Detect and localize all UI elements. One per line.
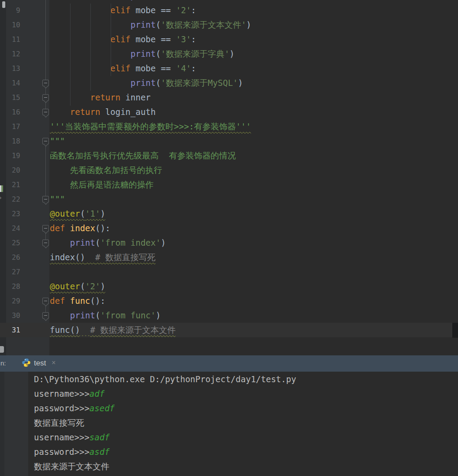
code-line[interactable]: func() # 数据来源于文本文件 — [50, 323, 175, 337]
code-line[interactable]: @outer('2') — [50, 279, 105, 294]
console-left-fragments — [0, 372, 4, 476]
editor-scrollbar-thumb[interactable] — [452, 323, 458, 338]
code-line[interactable]: return login_auth — [50, 105, 156, 119]
fold-marker-icon[interactable] — [42, 312, 49, 319]
code-line[interactable]: 先看函数名加括号的执行 — [50, 163, 162, 177]
code-token: '''当装饰器中需要额外的参数时>>>:有参装饰器''' — [50, 122, 251, 131]
console-line: username>>>adf — [34, 387, 104, 401]
gutter-line-number[interactable]: 18 — [0, 134, 20, 148]
gutter-line-number[interactable]: 21 — [0, 177, 20, 192]
code-token: """ — [50, 136, 65, 146]
console-user-input: adf — [89, 389, 104, 399]
console-line: 数据来源于文本文件 — [34, 459, 109, 474]
gutter-line-number[interactable]: 31 — [0, 323, 20, 337]
gutter-line-number[interactable]: 14 — [0, 76, 20, 90]
gutter-line-number[interactable]: 24 — [0, 221, 20, 236]
code-token: elif — [110, 34, 135, 44]
code-token: return — [70, 107, 105, 117]
gutter-line-number[interactable]: 26 — [0, 250, 20, 265]
code-line[interactable]: print('from func') — [50, 308, 161, 323]
code-token: ) — [238, 78, 243, 88]
gutter-line-number[interactable]: 25 — [0, 236, 20, 250]
gutter-line-number[interactable]: 19 — [0, 148, 20, 163]
fold-marker-icon[interactable] — [42, 138, 49, 144]
fold-marker-icon[interactable] — [42, 298, 49, 304]
run-label-partial: n: — [0, 358, 6, 368]
console-line: 数据直接写死 — [34, 416, 84, 430]
fold-marker-icon[interactable] — [42, 94, 49, 101]
code-line[interactable]: return inner — [50, 90, 151, 105]
gutter-line-number[interactable]: 27 — [0, 265, 20, 279]
gutter-line-number[interactable]: 30 — [0, 308, 20, 323]
run-tab-test[interactable]: test × — [12, 355, 65, 372]
fold-marker-icon[interactable] — [42, 196, 49, 203]
fold-marker-icon[interactable] — [42, 109, 49, 115]
code-line[interactable]: print('数据来源于文本文件') — [50, 18, 251, 32]
code-token: mobe == — [135, 63, 176, 73]
fold-scope-line — [45, 145, 46, 196]
code-token: print — [130, 49, 156, 59]
code-token: '4' — [176, 63, 191, 73]
gutter-line-number[interactable]: 9 — [0, 3, 20, 18]
code-line[interactable]: elif mobe == '3': — [50, 32, 196, 47]
code-token: ( — [156, 20, 160, 30]
code-token: index — [70, 223, 95, 233]
tab-label: test — [34, 358, 46, 369]
code-token: mobe == — [135, 5, 176, 15]
code-line[interactable]: print('数据直接写死') — [50, 0, 226, 3]
code-line[interactable]: 然后再是语法糖的操作 — [50, 177, 154, 192]
gutter-line-number[interactable]: 29 — [0, 294, 20, 308]
code-token: def — [50, 296, 70, 306]
gutter-line-number[interactable]: 12 — [0, 47, 20, 61]
fold-marker-icon[interactable] — [42, 240, 49, 246]
code-token: (): — [95, 223, 110, 233]
gutter-line-number[interactable]: 17 — [0, 119, 20, 134]
code-line[interactable]: elif mobe == '2': — [50, 3, 196, 18]
code-token: : — [191, 63, 196, 73]
gutter-line-number[interactable]: 22 — [0, 192, 20, 207]
gutter-line-number[interactable]: 28 — [0, 279, 20, 294]
indent-guide — [111, 4, 111, 76]
gutter-line-number[interactable]: 15 — [0, 90, 20, 105]
tab-close-icon[interactable]: × — [52, 358, 56, 368]
gutter-line-number[interactable]: 16 — [0, 105, 20, 119]
code-line[interactable]: index() # 数据直接写死 — [50, 250, 156, 265]
code-token: ( — [156, 0, 160, 0]
code-line[interactable]: '''当装饰器中需要额外的参数时>>>:有参装饰器''' — [50, 119, 251, 134]
code-token: @outer — [50, 281, 80, 291]
console-user-input: asedf — [89, 403, 115, 413]
fold-marker-icon[interactable] — [42, 80, 49, 86]
code-line[interactable]: 函数名加括号执行优先级最高 有参装饰器的情况 — [50, 148, 236, 163]
console-line: username>>>sadf — [34, 430, 110, 445]
code-line[interactable]: print('数据来源于MySQL') — [50, 76, 243, 90]
code-token: ) — [161, 238, 166, 247]
run-tool-window-header: n: test × — [0, 355, 458, 372]
gutter-line-number[interactable]: 11 — [0, 32, 20, 47]
gutter-line-number[interactable]: 20 — [0, 163, 20, 177]
code-line[interactable]: """ — [50, 134, 65, 148]
code-token — [80, 325, 90, 335]
code-token: ( — [156, 78, 160, 88]
code-editor[interactable]: » print('数据直接写死')9 elif mobe == '2':10 p… — [0, 0, 458, 355]
code-line[interactable]: print('from index') — [50, 236, 166, 250]
console-stdout: password>>> — [34, 447, 89, 457]
code-token: # 数据来源于文本文件 — [90, 325, 176, 335]
gutter-line-number[interactable]: 10 — [0, 18, 20, 32]
code-token — [50, 310, 70, 320]
gutter-line-number[interactable]: 13 — [0, 61, 20, 76]
console-user-input: sadf — [89, 432, 110, 442]
code-line[interactable]: elif mobe == '4': — [50, 61, 196, 76]
code-line[interactable]: print('数据来源于字典') — [50, 47, 235, 61]
python-logo-icon — [22, 358, 31, 367]
pycharm-window: » print('数据直接写死')9 elif mobe == '2':10 p… — [0, 0, 458, 476]
fold-marker-icon[interactable] — [42, 225, 49, 232]
code-token: 'from index' — [100, 238, 160, 247]
code-line[interactable]: """ — [50, 192, 65, 207]
code-line[interactable]: @outer('1') — [50, 207, 105, 221]
code-token — [50, 238, 70, 247]
code-line[interactable]: def func(): — [50, 294, 105, 308]
code-token: ( — [156, 49, 160, 59]
code-token — [50, 34, 110, 44]
gutter-line-number[interactable]: 23 — [0, 207, 20, 221]
code-line[interactable]: def index(): — [50, 221, 110, 236]
